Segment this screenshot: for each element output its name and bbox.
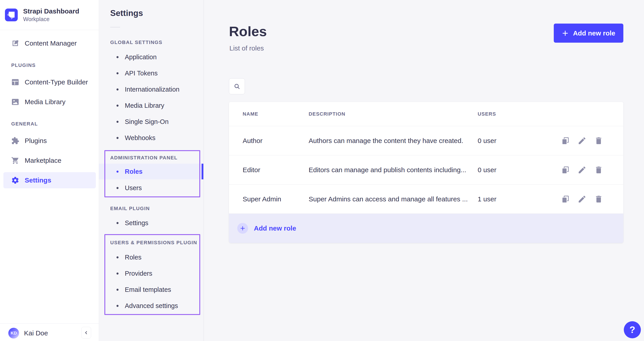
edit-icon: [578, 166, 586, 174]
user-profile[interactable]: KD Kai Doe: [8, 328, 48, 338]
subnav-section-email-plugin: EMAIL PLUGIN: [110, 206, 150, 212]
subnav-item-single-sign-on[interactable]: Single Sign-On: [99, 114, 204, 130]
strapi-logo-icon: [5, 8, 18, 21]
column-header-description: DESCRIPTION: [309, 111, 478, 117]
role-description: Authors can manage the content they have…: [309, 137, 478, 144]
bullet-icon: [116, 104, 118, 107]
subnav-item-email-settings[interactable]: Settings: [99, 215, 204, 231]
subnav-item-roles-up[interactable]: Roles: [99, 249, 204, 265]
subnav-item-providers[interactable]: Providers: [99, 265, 204, 282]
bullet-icon: [116, 187, 118, 189]
delete-role-button[interactable]: [594, 195, 603, 204]
bullet-icon: [116, 305, 118, 307]
plus-circle-icon: [237, 223, 248, 234]
subnav-section-administration-panel: ADMINISTRATION PANEL: [110, 155, 178, 161]
subnav-title: Settings: [110, 8, 143, 18]
divider: [110, 27, 120, 28]
sidebar-item-media-library[interactable]: Media Library: [0, 94, 99, 110]
bullet-icon: [116, 289, 118, 291]
bullet-icon: [116, 72, 118, 74]
subnav-item-application[interactable]: Application: [99, 49, 204, 65]
bullet-icon: [116, 222, 118, 224]
bullet-icon: [116, 88, 118, 90]
role-users-count: 0 user: [478, 137, 552, 144]
page-subtitle: List of roles: [230, 44, 264, 52]
subnav-item-label: Settings: [125, 219, 148, 227]
active-item-indicator: [202, 164, 203, 179]
subnav-item-label: Internationalization: [125, 86, 179, 93]
subnav-item-webhooks[interactable]: Webhooks: [99, 130, 204, 146]
brand[interactable]: Strapi Dashboard Workplace: [5, 7, 79, 23]
delete-role-button[interactable]: [594, 166, 603, 174]
duplicate-role-button[interactable]: [561, 136, 570, 145]
subnav-item-roles-admin[interactable]: Roles: [99, 164, 202, 179]
plus-icon: [240, 226, 245, 231]
add-new-role-button[interactable]: Add new role: [554, 24, 623, 43]
sidebar-item-plugins[interactable]: Plugins: [0, 133, 99, 149]
delete-role-button[interactable]: [594, 136, 603, 145]
subnav-section-users-permissions: USERS & PERMISSIONS PLUGIN: [110, 240, 197, 246]
edit-icon: [578, 195, 586, 204]
subnav-item-label: Media Library: [125, 102, 164, 109]
bullet-icon: [116, 137, 118, 139]
media-library-icon: [11, 98, 19, 106]
page-title: Roles: [229, 23, 267, 39]
trash-icon: [594, 136, 603, 145]
duplicate-role-button[interactable]: [561, 195, 570, 204]
role-name: Editor: [243, 166, 309, 174]
subnav-item-label: Application: [125, 54, 157, 61]
roles-table: NAME DESCRIPTION USERS Author Authors ca…: [229, 102, 623, 243]
subnav-item-users-admin[interactable]: Users: [99, 180, 204, 196]
table-row: Editor Editors can manage and publish co…: [229, 155, 623, 184]
subnav-item-advanced-settings[interactable]: Advanced settings: [99, 298, 204, 314]
subnav-item-email-templates[interactable]: Email templates: [99, 282, 204, 298]
subnav-item-label: Providers: [125, 270, 152, 277]
table-row: Super Admin Super Admins can access and …: [229, 184, 623, 214]
subnav-item-internationalization[interactable]: Internationalization: [99, 81, 204, 98]
subnav-item-media-library[interactable]: Media Library: [99, 98, 204, 114]
sidebar-section-general: GENERAL: [11, 121, 38, 127]
column-header-name: NAME: [243, 111, 309, 117]
collapse-sidebar-button[interactable]: [81, 327, 91, 338]
main-content: Roles List of roles Add new role NAME DE…: [204, 0, 644, 341]
edit-role-button[interactable]: [578, 195, 586, 204]
duplicate-role-button[interactable]: [561, 166, 570, 174]
sidebar-item-label: Content-Type Builder: [25, 78, 88, 86]
subnav-item-label: Users: [125, 184, 142, 192]
chevron-left-icon: [84, 330, 89, 335]
main-sidebar: Strapi Dashboard Workplace Content Manag…: [0, 0, 99, 341]
help-button[interactable]: ?: [624, 321, 641, 338]
sidebar-item-marketplace[interactable]: Marketplace: [0, 152, 99, 168]
search-icon: [234, 83, 241, 90]
edit-role-button[interactable]: [578, 166, 586, 174]
edit-role-button[interactable]: [578, 136, 586, 145]
subnav-section-global-settings: GLOBAL SETTINGS: [110, 40, 162, 45]
trash-icon: [594, 166, 603, 174]
role-users-count: 1 user: [478, 195, 552, 203]
content-manager-icon: [11, 39, 19, 47]
table-row: Author Authors can manage the content th…: [229, 126, 623, 155]
search-button[interactable]: [229, 78, 245, 94]
app-title: Strapi Dashboard: [23, 7, 79, 16]
user-name: Kai Doe: [24, 329, 48, 337]
sidebar-item-content-type-builder[interactable]: Content-Type Builder: [0, 74, 99, 90]
subnav-item-label: Roles: [125, 168, 142, 175]
subnav-item-label: Email templates: [125, 286, 171, 294]
sidebar-item-label: Marketplace: [25, 157, 61, 164]
bullet-icon: [116, 256, 118, 258]
subnav-item-api-tokens[interactable]: API Tokens: [99, 65, 204, 81]
add-new-role-label: Add new role: [573, 30, 615, 37]
sidebar-item-label: Settings: [25, 176, 51, 184]
avatar: KD: [8, 328, 19, 338]
divider: [0, 30, 99, 30]
duplicate-icon: [561, 136, 570, 145]
role-name: Author: [243, 137, 309, 144]
edit-icon: [578, 136, 586, 145]
sidebar-item-settings[interactable]: Settings: [3, 172, 96, 188]
table-footer-add-role[interactable]: Add new role: [229, 214, 623, 243]
role-description: Super Admins can access and manage all f…: [309, 195, 478, 203]
sidebar-item-content-manager[interactable]: Content Manager: [0, 35, 99, 52]
sidebar-item-label: Content Manager: [25, 40, 77, 47]
bullet-icon: [116, 121, 118, 123]
subnav-item-label: Webhooks: [125, 134, 156, 142]
